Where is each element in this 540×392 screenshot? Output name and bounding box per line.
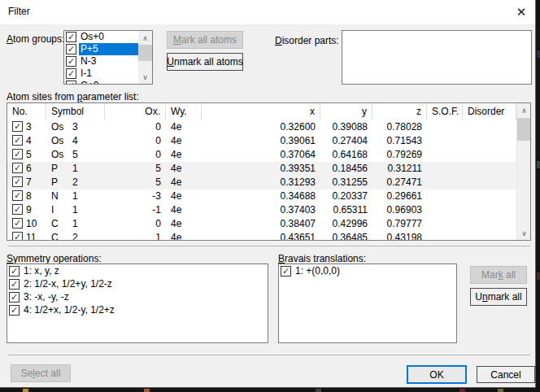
table-cell: 0.38407 xyxy=(202,217,320,231)
checkbox-icon[interactable]: ✓ xyxy=(9,279,20,290)
table-cell: 0 xyxy=(105,148,166,162)
column-header: S.O.F. xyxy=(427,103,463,120)
atom-groups-listbox[interactable]: ✓Os+0✓P+5✓N-3✓I-1✓C+0 ∧ ∨ xyxy=(63,30,153,85)
atom-sites-table[interactable]: No.SymbolOx.Wy.xyzS.O.F.Disorder ✓3Os304… xyxy=(7,102,531,241)
table-row[interactable]: ✓5Os504e0.370640.641680.79269 xyxy=(7,148,516,162)
table-cell: 0.79269 xyxy=(372,148,427,162)
checkbox-icon[interactable]: ✓ xyxy=(12,176,23,187)
list-item[interactable]: ✓2: 1/2-x, 1/2+y, 1/2-z xyxy=(7,277,268,290)
checkbox-icon[interactable]: ✓ xyxy=(9,292,20,303)
checkbox-icon[interactable]: ✓ xyxy=(281,266,291,277)
checkbox-icon[interactable]: ✓ xyxy=(66,81,76,84)
disorder-parts-listbox[interactable] xyxy=(342,30,532,85)
list-item[interactable]: ✓P+5 xyxy=(64,43,138,55)
table-cell: 5 xyxy=(105,176,166,189)
list-item[interactable]: ✓I-1 xyxy=(64,68,138,80)
select-all-button: Select all xyxy=(11,364,71,382)
table-cell: 0.32600 xyxy=(202,120,320,134)
checkbox-icon[interactable]: ✓ xyxy=(12,190,23,201)
table-cell: 0 xyxy=(105,217,166,231)
unmark-all-button[interactable]: Unmark all xyxy=(470,288,527,306)
table-row[interactable]: ✓3Os304e0.326000.390880.78028 xyxy=(7,120,516,134)
table-cell: 0.43651 xyxy=(202,231,320,240)
symbol-cell: I1 xyxy=(46,203,105,217)
scrollbar-thumb[interactable] xyxy=(138,45,152,61)
column-header: No. xyxy=(7,103,46,120)
checkbox-icon[interactable]: ✓ xyxy=(12,135,23,146)
column-header: z xyxy=(372,103,427,120)
column-header: y xyxy=(320,103,372,120)
checkbox-icon[interactable]: ✓ xyxy=(12,204,23,215)
table-cell: 0.78028 xyxy=(372,120,427,134)
list-item-label: 1: x, y, z xyxy=(22,264,268,277)
table-cell xyxy=(463,203,516,217)
list-item[interactable]: ✓1: +(0,0,0) xyxy=(279,264,456,277)
table-cell: 0.34688 xyxy=(202,189,320,203)
symbol-cell: C2 xyxy=(46,231,105,240)
list-item[interactable]: ✓1: x, y, z xyxy=(7,264,268,277)
scrollbar-thumb[interactable] xyxy=(517,118,531,141)
checkbox-icon[interactable]: ✓ xyxy=(12,232,23,240)
close-icon[interactable]: ✕ xyxy=(507,0,535,24)
table-row[interactable]: ✓8N1-34e0.346880.203370.29661 xyxy=(7,189,516,203)
table-cell xyxy=(427,217,463,231)
list-item[interactable]: ✓Os+0 xyxy=(64,31,138,43)
table-row[interactable]: ✓7P254e0.312930.312550.27471 xyxy=(7,176,516,189)
checkbox-icon[interactable]: ✓ xyxy=(9,266,20,277)
checkbox-icon[interactable]: ✓ xyxy=(66,44,76,54)
table-cell: 4e xyxy=(166,189,202,203)
checkbox-icon[interactable]: ✓ xyxy=(12,163,23,173)
table-cell xyxy=(427,231,463,240)
table-row[interactable]: ✓4Os404e0.390610.274040.71543 xyxy=(7,134,516,148)
table-cell: -3 xyxy=(105,189,166,203)
checkbox-icon[interactable]: ✓ xyxy=(66,32,76,42)
list-item-label: N-3 xyxy=(79,55,138,68)
table-cell: 0.31255 xyxy=(320,176,372,189)
table-cell: 0.79777 xyxy=(372,217,427,231)
table-cell: 4e xyxy=(166,162,202,176)
checkbox-icon[interactable]: ✓ xyxy=(12,149,23,159)
list-item[interactable]: ✓4: 1/2+x, 1/2-y, 1/2+z xyxy=(7,303,268,316)
checkbox-icon[interactable]: ✓ xyxy=(9,305,20,316)
list-item-label: 3: -x, -y, -z xyxy=(22,290,268,303)
checkbox-icon[interactable]: ✓ xyxy=(12,121,23,132)
table-scrollbar[interactable]: ∧ ∨ xyxy=(516,103,530,240)
atom-sites-label: Atom sites from parameter list: xyxy=(7,91,139,102)
table-cell: 0.27404 xyxy=(320,134,372,148)
list-item[interactable]: ✓3: -x, -y, -z xyxy=(7,290,268,303)
checkbox-icon[interactable]: ✓ xyxy=(12,218,23,229)
table-row[interactable]: ✓6P154e0.393510.184560.31211 xyxy=(7,162,516,176)
table-row[interactable]: ✓11C214e0.436510.364850.43198 xyxy=(7,231,516,240)
cancel-button[interactable]: Cancel xyxy=(477,366,535,383)
checkbox-icon[interactable]: ✓ xyxy=(66,68,76,79)
scroll-down-icon[interactable]: ∨ xyxy=(138,70,152,84)
list-item-label: 2: 1/2-x, 1/2+y, 1/2-z xyxy=(22,277,268,290)
table-body: ✓3Os304e0.326000.390880.78028✓4Os404e0.3… xyxy=(7,120,516,240)
column-header: Symbol xyxy=(46,103,105,120)
table-cell: 0 xyxy=(105,120,166,134)
bravais-translations-listbox[interactable]: ✓1: +(0,0,0) xyxy=(278,264,457,343)
table-cell: 0.18456 xyxy=(320,162,372,176)
table-cell: 0.43198 xyxy=(372,231,427,240)
table-cell: 0.36485 xyxy=(320,231,372,240)
symmetry-operations-listbox[interactable]: ✓1: x, y, z✓2: 1/2-x, 1/2+y, 1/2-z✓3: -x… xyxy=(7,264,268,343)
list-item[interactable]: ✓N-3 xyxy=(64,55,138,68)
table-cell xyxy=(427,189,463,203)
scroll-up-icon[interactable]: ∧ xyxy=(517,103,531,117)
list-item-label: P+5 xyxy=(79,43,138,55)
table-cell: 0.39088 xyxy=(320,120,372,134)
ok-button[interactable]: OK xyxy=(407,365,467,384)
list-item[interactable]: ✓C+0 xyxy=(64,80,138,84)
list-item-label: Os+0 xyxy=(79,31,138,43)
table-cell xyxy=(427,162,463,176)
checkbox-icon[interactable]: ✓ xyxy=(66,56,76,67)
table-row[interactable]: ✓9I1-14e0.374030.653110.96903 xyxy=(7,203,516,217)
scroll-up-icon[interactable]: ∧ xyxy=(138,31,152,45)
table-cell: 4e xyxy=(166,120,202,134)
table-cell: 0.31211 xyxy=(372,162,427,176)
table-cell: 0.27471 xyxy=(372,176,427,189)
scroll-down-icon[interactable]: ∨ xyxy=(517,226,531,240)
unmark-all-atoms-button[interactable]: Unmark all atoms xyxy=(167,53,243,71)
atom-groups-scrollbar[interactable]: ∧ ∨ xyxy=(138,31,152,84)
table-row[interactable]: ✓10C104e0.384070.429960.79777 xyxy=(7,217,516,231)
